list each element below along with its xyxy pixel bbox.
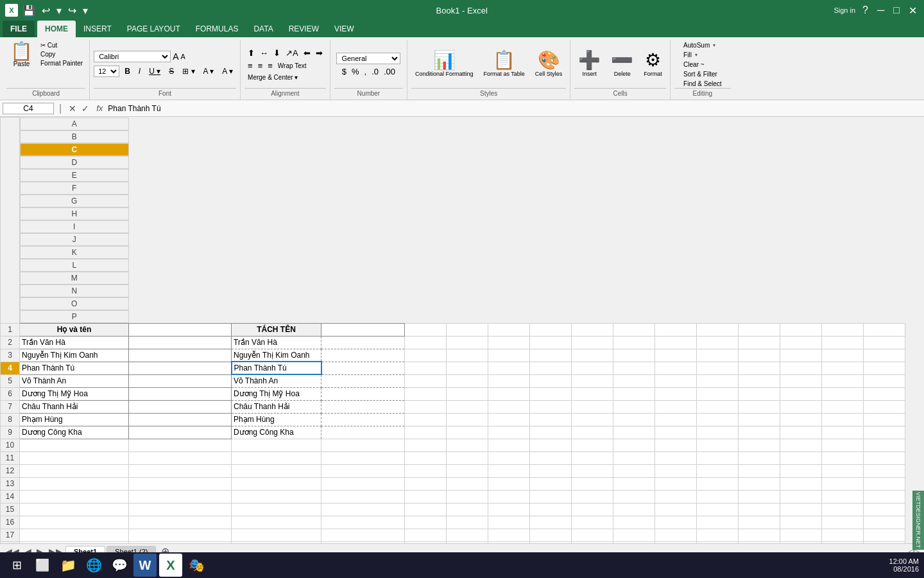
cell[interactable] <box>572 477 613 490</box>
comma-button[interactable]: , <box>363 66 369 77</box>
cell[interactable] <box>321 374 405 387</box>
row-number-2[interactable]: 2 <box>1 336 20 349</box>
cell[interactable] <box>822 349 864 362</box>
cell[interactable]: Nguyễn Thị Kim Oanh <box>232 349 321 362</box>
cell[interactable] <box>697 349 739 362</box>
cell[interactable] <box>447 400 488 413</box>
cell[interactable] <box>739 362 780 374</box>
minimize-button[interactable]: ─ <box>875 4 886 16</box>
cell[interactable] <box>822 541 864 543</box>
col-header-l[interactable]: L <box>20 259 129 272</box>
cell[interactable] <box>20 516 129 529</box>
cell[interactable] <box>488 323 530 336</box>
cell[interactable] <box>655 349 697 362</box>
cell[interactable] <box>530 349 572 362</box>
cell[interactable]: Trần Văn Hà <box>232 336 321 349</box>
row-number-16[interactable]: 16 <box>1 516 20 529</box>
cell[interactable] <box>488 426 530 439</box>
skype-button[interactable]: 💬 <box>108 554 131 577</box>
cell[interactable] <box>405 426 447 439</box>
cell[interactable] <box>447 362 488 374</box>
cell[interactable] <box>488 529 530 541</box>
cell[interactable] <box>613 516 655 529</box>
cell[interactable] <box>530 529 572 541</box>
cell[interactable] <box>739 413 780 426</box>
cell[interactable] <box>572 464 613 477</box>
cell[interactable] <box>321 349 405 362</box>
cell[interactable] <box>822 464 864 477</box>
cut-button[interactable]: ✂ Cut <box>38 41 85 49</box>
sign-in-button[interactable]: Sign in <box>834 6 855 14</box>
cell[interactable] <box>822 503 864 516</box>
cell[interactable] <box>572 541 613 543</box>
cell[interactable]: Dương Thị Mỹ Hoa <box>232 387 321 400</box>
clear-button[interactable]: Clear ~ <box>681 60 706 69</box>
grid-area[interactable]: A B C D E F G H I J K L M N O P <box>0 117 924 543</box>
save-button[interactable]: 💾 <box>21 4 37 17</box>
cell[interactable] <box>864 400 905 413</box>
cell[interactable] <box>655 400 697 413</box>
cell[interactable] <box>697 426 739 439</box>
cell[interactable] <box>739 451 780 464</box>
cell[interactable] <box>780 464 822 477</box>
cell[interactable] <box>321 426 405 439</box>
cell[interactable] <box>447 516 488 529</box>
file-explorer-button[interactable]: 📁 <box>56 554 80 577</box>
cell[interactable] <box>864 387 905 400</box>
cell[interactable] <box>20 477 129 490</box>
cell[interactable] <box>530 477 572 490</box>
cell[interactable] <box>447 323 488 336</box>
cell[interactable] <box>129 477 232 490</box>
col-header-h[interactable]: H <box>20 207 129 220</box>
cell[interactable] <box>780 451 822 464</box>
cell[interactable] <box>488 516 530 529</box>
cell[interactable] <box>321 541 405 543</box>
cell[interactable]: TÁCH TÊN <box>232 323 321 336</box>
cell[interactable] <box>822 490 864 503</box>
cell[interactable] <box>739 387 780 400</box>
col-header-a[interactable]: A <box>20 118 129 130</box>
extra-app-button[interactable]: 🎭 <box>185 554 208 577</box>
cell[interactable] <box>232 529 321 541</box>
cell[interactable]: Châu Thanh Hải <box>20 400 129 413</box>
cell[interactable] <box>822 323 864 336</box>
cell[interactable] <box>530 400 572 413</box>
cell[interactable] <box>20 451 129 464</box>
cell[interactable] <box>321 503 405 516</box>
cell[interactable] <box>697 387 739 400</box>
cell[interactable] <box>447 387 488 400</box>
cell[interactable] <box>864 336 905 349</box>
cell[interactable] <box>232 490 321 503</box>
tab-page-layout[interactable]: PAGE LAYOUT <box>119 21 188 37</box>
cell[interactable] <box>613 362 655 374</box>
col-header-i[interactable]: I <box>20 220 129 233</box>
cell[interactable] <box>530 362 572 374</box>
cell[interactable] <box>20 439 129 451</box>
cell[interactable] <box>321 413 405 426</box>
align-middle-button[interactable]: ↔ <box>258 48 270 58</box>
row-number-3[interactable]: 3 <box>1 349 20 362</box>
wrap-text-button[interactable]: Wrap Text <box>276 62 309 70</box>
task-view-button[interactable]: ⬜ <box>31 554 54 577</box>
tab-formulas[interactable]: FORMULAS <box>188 21 246 37</box>
close-button[interactable]: ✕ <box>907 4 919 17</box>
font-color-button[interactable]: A ▾ <box>219 66 236 77</box>
cell[interactable] <box>572 374 613 387</box>
cell[interactable] <box>822 426 864 439</box>
cell[interactable] <box>405 503 447 516</box>
italic-button[interactable]: I <box>135 66 144 77</box>
cell[interactable] <box>697 490 739 503</box>
cell[interactable] <box>321 362 405 374</box>
cell[interactable] <box>864 426 905 439</box>
bold-button[interactable]: B <box>121 66 133 77</box>
cell[interactable] <box>129 374 232 387</box>
cell[interactable] <box>321 490 405 503</box>
cell[interactable] <box>864 503 905 516</box>
cell[interactable]: Phan Thành Tú <box>232 362 321 374</box>
col-header-o[interactable]: O <box>20 297 129 310</box>
row-number-17[interactable]: 17 <box>1 529 20 541</box>
cell[interactable] <box>232 464 321 477</box>
cell[interactable] <box>655 426 697 439</box>
cell[interactable] <box>488 541 530 543</box>
col-header-b[interactable]: B <box>20 130 129 143</box>
